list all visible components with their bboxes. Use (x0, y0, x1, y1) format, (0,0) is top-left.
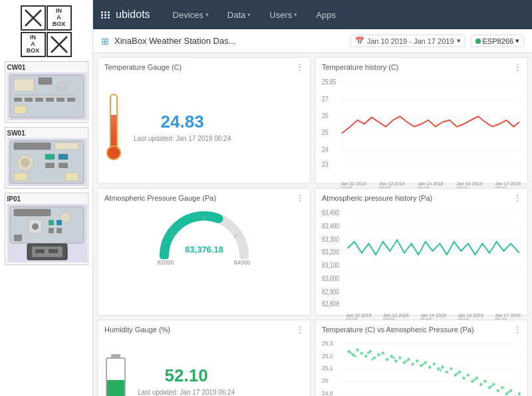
gauge-max-label: 84000 (233, 259, 250, 266)
device-img-ip01 (7, 204, 87, 262)
svg-rect-24 (59, 163, 68, 168)
svg-point-83 (347, 350, 350, 353)
device-card-cw01[interactable]: CW01 (5, 61, 88, 123)
sidebar: IN A BOX IN A BOX CW01 (0, 0, 93, 396)
date-range-picker[interactable]: 📅 Jan 10 2019 - Jan 17 2019 ▾ (350, 35, 466, 47)
svg-rect-17 (14, 143, 51, 149)
temp-value: 24.83 (134, 112, 231, 132)
dash-header: ⊞ XinaBox Weather Station Das... 📅 Jan 1… (93, 29, 532, 53)
nav-data[interactable]: Data ▾ (221, 0, 257, 29)
device-label-sw01: SW01 (7, 130, 86, 137)
brand-name: ubidots (116, 9, 150, 21)
svg-point-132 (456, 372, 458, 375)
temp-updated: Last updated: Jan 17 2019 06:24 (134, 135, 231, 142)
gauge-min-label: 82000 (158, 259, 174, 266)
navbar: ubidots Devices ▾ Data ▾ Users ▾ Apps (93, 0, 532, 29)
svg-text:82,900: 82,900 (322, 288, 339, 296)
device-selector[interactable]: ESP8266 ▾ (471, 35, 524, 47)
svg-point-96 (403, 361, 406, 364)
svg-text:24.9: 24.9 (322, 390, 333, 396)
humidity-updated: Last updated: Jan 17 2019 06:24 (138, 389, 235, 396)
svg-rect-5 (14, 79, 34, 91)
svg-point-126 (367, 352, 369, 355)
svg-point-111 (467, 373, 469, 377)
svg-point-118 (497, 389, 499, 393)
svg-point-110 (462, 377, 465, 380)
svg-point-103 (433, 363, 436, 366)
logo-inabox-bottom: IN A BOX (21, 32, 46, 57)
scatter-title: Temperature (C) vs Atmospheric Pressure … (322, 326, 521, 334)
nav-devices[interactable]: Devices ▾ (166, 0, 215, 29)
humidity-gauge-title: Humidity Gauge (%) (104, 326, 303, 334)
users-chevron: ▾ (294, 11, 297, 18)
device-card-ip01[interactable]: IP01 (5, 193, 88, 265)
svg-point-86 (360, 351, 363, 355)
pressure-gauge-menu[interactable]: ⋮ (295, 193, 305, 203)
humidity-gauge-menu[interactable]: ⋮ (295, 324, 305, 335)
svg-rect-11 (35, 98, 43, 102)
humidity-value: 52.10 (138, 365, 235, 386)
pressure-history-chart: 83,490 83,400 83,300 83,200 83,100 83,00… (322, 206, 521, 309)
svg-point-93 (390, 355, 393, 358)
svg-point-87 (364, 355, 367, 358)
svg-point-100 (420, 364, 422, 367)
svg-point-113 (475, 377, 478, 380)
logo-x-top (21, 5, 46, 31)
temp-gauge-content: 24.83 Last updated: Jan 17 2019 06:24 (104, 75, 303, 178)
temp-gauge-menu[interactable]: ⋮ (295, 62, 305, 72)
svg-text:27: 27 (322, 94, 329, 102)
svg-point-114 (479, 383, 482, 386)
svg-rect-25 (14, 173, 27, 181)
svg-point-97 (407, 358, 410, 361)
svg-text:83,376.18: 83,376.18 (185, 245, 223, 254)
battery-container (104, 354, 127, 396)
svg-text:23: 23 (322, 160, 329, 168)
svg-point-119 (501, 386, 503, 389)
svg-text:25.2: 25.2 (322, 352, 333, 359)
svg-text:25: 25 (322, 128, 329, 136)
svg-point-128 (392, 357, 394, 359)
svg-rect-21 (45, 154, 55, 159)
svg-point-20 (21, 159, 29, 167)
svg-rect-34 (49, 228, 54, 233)
svg-rect-28 (14, 209, 51, 216)
svg-point-89 (373, 356, 376, 359)
device-name: ESP8266 (483, 37, 513, 45)
pressure-history-menu[interactable]: ⋮ (513, 193, 522, 203)
svg-rect-15 (14, 106, 26, 114)
scatter-widget: Temperature (C) vs Atmospheric Pressure … (315, 320, 528, 396)
temp-history-chart: 25.85 27 26 25 24 23 (322, 75, 521, 178)
svg-point-115 (483, 379, 486, 383)
device-label-ip01: IP01 (7, 195, 86, 203)
svg-rect-13 (57, 98, 65, 102)
svg-text:24: 24 (322, 146, 329, 153)
battery-fill (107, 380, 124, 396)
svg-point-85 (356, 348, 358, 351)
svg-rect-35 (57, 228, 62, 233)
thermo-fill (111, 115, 116, 146)
svg-point-104 (437, 367, 440, 371)
svg-rect-6 (39, 78, 52, 84)
nav-users[interactable]: Users ▾ (263, 0, 304, 29)
temperature-gauge-widget: Temperature Gauge (C) ⋮ 24.83 Last updat… (97, 57, 311, 184)
pressure-gauge-content: 83,376.18 82000 84000 (104, 206, 303, 309)
device-status-dot (475, 39, 481, 44)
svg-point-95 (398, 356, 401, 359)
svg-point-120 (505, 392, 508, 395)
svg-text:25.1: 25.1 (322, 365, 333, 371)
scatter-menu[interactable]: ⋮ (513, 324, 522, 335)
date-range-text: Jan 10 2019 - Jan 17 2019 (367, 37, 454, 45)
device-card-sw01[interactable]: SW01 (5, 127, 88, 189)
humidity-gauge-widget: Humidity Gauge (%) ⋮ 52.10 Last updated:… (97, 320, 311, 396)
humidity-reading: 52.10 Last updated: Jan 17 2019 06:24 (138, 365, 235, 396)
svg-rect-10 (25, 98, 33, 102)
svg-point-121 (509, 389, 512, 393)
svg-point-106 (446, 370, 448, 373)
device-img-cw01 (7, 72, 87, 120)
widgets-grid: Temperature Gauge (C) ⋮ 24.83 Last updat… (93, 53, 532, 396)
svg-text:83,200: 83,200 (322, 248, 339, 256)
nav-apps[interactable]: Apps (309, 0, 342, 29)
svg-point-102 (428, 365, 431, 369)
temp-history-menu[interactable]: ⋮ (513, 62, 522, 72)
svg-rect-22 (59, 154, 68, 159)
